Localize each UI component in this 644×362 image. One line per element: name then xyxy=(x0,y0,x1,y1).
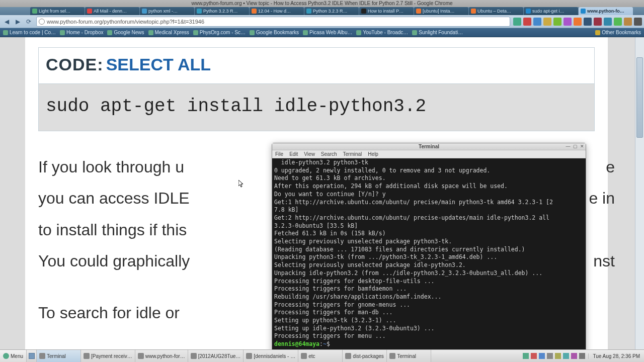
browser-tab[interactable]: Python 3.2.3 R… xyxy=(304,7,359,15)
terminal-output[interactable]: idle-python3.2 python3-tk 0 upgraded, 2 … xyxy=(272,158,586,353)
task-icon xyxy=(345,353,351,359)
bookmark-item[interactable]: Home - Dropbox xyxy=(60,30,103,35)
bookmark-icon xyxy=(107,30,112,35)
browser-tab[interactable]: sudo apt-get i… xyxy=(524,7,578,15)
folder-icon xyxy=(595,30,600,35)
favicon xyxy=(471,9,476,14)
bookmark-icon xyxy=(356,30,361,35)
browser-tab[interactable]: All Mail - denn… xyxy=(85,7,139,15)
bookmark-icon xyxy=(148,30,153,35)
bookmark-item[interactable]: Sunlight Foundati… xyxy=(412,30,463,35)
bookmark-icon xyxy=(250,30,255,35)
ext-icon[interactable] xyxy=(533,18,541,26)
tray-icon[interactable] xyxy=(547,353,553,359)
favicon xyxy=(361,9,366,14)
window-titlebar: www.python-forum.org • View topic - How … xyxy=(0,0,644,7)
terminal-menu-item[interactable]: Terminal xyxy=(343,151,362,157)
browser-tab[interactable]: python xml -… xyxy=(140,7,194,15)
favicon xyxy=(32,9,37,14)
tray-icon[interactable] xyxy=(563,353,569,359)
maximize-button[interactable]: ▢ xyxy=(573,144,578,149)
scrollbar-thumb[interactable] xyxy=(636,57,643,138)
taskbar-task[interactable]: Terminal xyxy=(37,350,81,362)
browser-tab[interactable]: [ubuntu] Insta… xyxy=(414,7,468,15)
menu-icon xyxy=(3,353,9,359)
taskbar-task[interactable]: Terminal xyxy=(387,350,431,362)
bookmark-icon xyxy=(3,30,8,35)
address-bar[interactable]: www.python-forum.org/pythonforum/viewtop… xyxy=(36,17,510,27)
browser-tab[interactable]: 12.04 - How d… xyxy=(250,7,304,15)
select-all-link[interactable]: SELECT ALL xyxy=(106,55,211,74)
minimize-button[interactable]: — xyxy=(566,144,571,149)
ext-icon[interactable] xyxy=(624,18,632,26)
ext-icon[interactable] xyxy=(553,18,561,26)
ext-icon[interactable] xyxy=(574,18,582,26)
task-icon xyxy=(389,353,395,359)
bookmark-item[interactable]: Medical Xpress xyxy=(148,30,189,35)
terminal-menu-item[interactable]: View xyxy=(304,151,315,157)
bookmark-item[interactable]: Google Bookmarks xyxy=(250,30,299,35)
browser-tab[interactable]: Python 3.2.3 R… xyxy=(195,7,249,15)
ext-icon[interactable] xyxy=(513,18,521,26)
favicon xyxy=(197,9,202,14)
code-content[interactable]: sudo apt-get install idle-python3.2 xyxy=(39,84,594,131)
terminal-menu-item[interactable]: File xyxy=(275,151,283,157)
bookmark-item[interactable]: YouTube - Broadc… xyxy=(356,30,408,35)
taskbar-task[interactable]: www.python-for… xyxy=(135,350,188,362)
taskbar-task[interactable]: [dennisdaniels - … xyxy=(244,350,298,362)
tray-icon[interactable] xyxy=(531,353,537,359)
terminal-titlebar[interactable]: Terminal — ▢ ✕ xyxy=(272,143,586,150)
task-icon xyxy=(138,353,144,359)
back-button[interactable]: ◀ xyxy=(2,17,11,26)
ext-icon[interactable] xyxy=(614,18,622,26)
browser-tab[interactable]: Ubuntu – Deta… xyxy=(469,7,523,15)
reload-button[interactable]: ⟳ xyxy=(24,17,33,26)
tray-icon[interactable] xyxy=(571,353,577,359)
ext-icon[interactable] xyxy=(584,18,592,26)
ext-icon[interactable] xyxy=(604,18,612,26)
browser-tab[interactable]: How to install P… xyxy=(359,7,414,15)
bookmark-item[interactable]: PhysOrg.com - Sc… xyxy=(193,30,246,35)
terminal-window[interactable]: Terminal — ▢ ✕ FileEditViewSearchTermina… xyxy=(272,143,586,354)
task-icon xyxy=(191,353,197,359)
task-icon xyxy=(84,353,90,359)
start-menu-button[interactable]: Menu xyxy=(0,350,27,362)
bookmark-icon xyxy=(412,30,417,35)
bookmark-item[interactable]: Picasa Web Albu… xyxy=(303,30,352,35)
other-bookmarks[interactable]: Other Bookmarks xyxy=(595,30,641,35)
bookmark-item[interactable]: Google News xyxy=(107,30,144,35)
taskbar-task[interactable]: [2012AUG28Tue… xyxy=(188,350,244,362)
favicon xyxy=(526,9,531,14)
code-box: CODE: SELECT ALL sudo apt-get install id… xyxy=(38,47,595,131)
tray-icon[interactable] xyxy=(579,353,585,359)
wrench-icon[interactable] xyxy=(634,18,642,26)
tray-icon[interactable] xyxy=(523,353,529,359)
vertical-scrollbar[interactable] xyxy=(635,37,644,349)
ext-icon[interactable] xyxy=(594,18,602,26)
taskbar-task[interactable]: [Payment receiv… xyxy=(81,350,135,362)
ext-icon[interactable] xyxy=(564,18,572,26)
favicon xyxy=(581,9,586,14)
ext-icon[interactable] xyxy=(523,18,531,26)
ext-icon[interactable] xyxy=(543,18,551,26)
tray-icon[interactable] xyxy=(539,353,545,359)
terminal-menu-item[interactable]: Help xyxy=(368,151,378,157)
site-icon xyxy=(39,19,45,25)
terminal-menu-item[interactable]: Search xyxy=(321,151,337,157)
taskbar-task[interactable]: etc xyxy=(298,350,343,362)
browser-tab[interactable]: www.python-fo… xyxy=(579,7,633,15)
forward-button[interactable]: ▶ xyxy=(13,17,22,26)
taskbar-task[interactable]: dist-packages xyxy=(343,350,387,362)
tray-icon[interactable] xyxy=(555,353,561,359)
bookmark-item[interactable]: Learn to code | Co… xyxy=(3,30,56,35)
close-button[interactable]: ✕ xyxy=(580,144,585,149)
bookmark-icon xyxy=(193,30,198,35)
terminal-menu-item[interactable]: Edit xyxy=(289,151,298,157)
favicon xyxy=(87,9,92,14)
taskbar-clock[interactable]: Tue Aug 28, 2:36 PM xyxy=(588,353,644,359)
browser-tab[interactable]: Light from sel… xyxy=(30,7,85,15)
code-label: CODE: xyxy=(46,55,104,74)
show-desktop-button[interactable] xyxy=(27,350,37,362)
browser-toolbar: ◀ ▶ ⟳ www.python-forum.org/pythonforum/v… xyxy=(0,15,644,28)
extension-icons xyxy=(513,18,642,26)
